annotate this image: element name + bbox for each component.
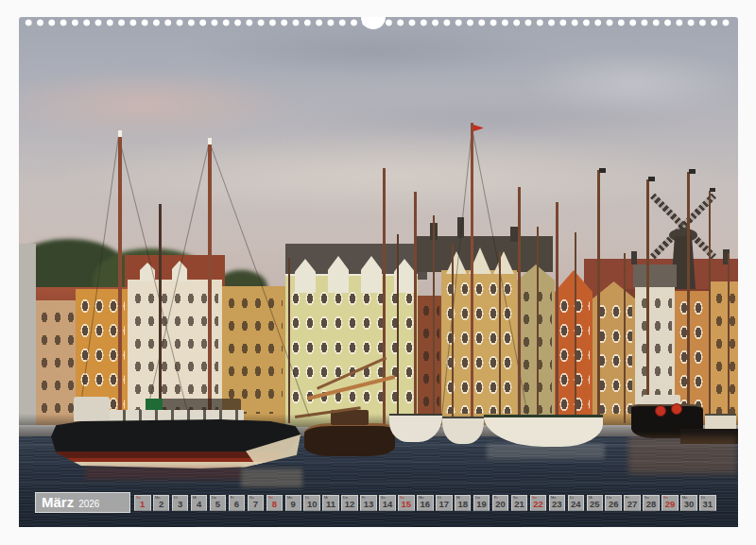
house-facade (418, 296, 441, 425)
flag (648, 177, 655, 181)
mast (208, 138, 212, 431)
day-number: 4 (192, 499, 207, 509)
life-ring (655, 405, 666, 417)
house-facade (36, 300, 76, 425)
mast (397, 234, 399, 433)
day-number: 22 (531, 499, 546, 509)
house-facade (19, 244, 36, 425)
reflection (241, 468, 302, 487)
year-label: 2026 (78, 499, 99, 509)
day-cell: Sa21 (511, 495, 528, 511)
flag (710, 188, 715, 192)
windows (225, 294, 283, 414)
mast (687, 172, 690, 419)
cloud (293, 97, 690, 140)
day-cell: Sa28 (643, 495, 660, 511)
day-number: 20 (493, 499, 508, 509)
mast (537, 227, 539, 429)
mast (499, 251, 501, 431)
day-number: 11 (323, 499, 338, 509)
day-number: 27 (625, 499, 640, 509)
day-number: 29 (662, 499, 678, 509)
windows (289, 289, 414, 414)
windows (444, 280, 514, 414)
day-number: 7 (249, 499, 264, 509)
calendar-page: März 2026 So1Mo2Di3Mi4Do5Fr6Sa7So8Mo9Di1… (19, 17, 738, 527)
day-cell: Mo16 (417, 495, 434, 511)
mast (728, 253, 730, 419)
day-number: 5 (211, 499, 226, 509)
harbor-photo (19, 17, 738, 527)
day-cell: Mi18 (455, 495, 472, 511)
day-number: 18 (455, 499, 471, 509)
day-number: 15 (399, 499, 414, 509)
flag (599, 168, 606, 173)
day-number: 12 (342, 499, 357, 509)
day-cell: So15 (398, 495, 415, 511)
day-cell: So8 (266, 495, 284, 511)
day-cell: Mi25 (587, 495, 604, 511)
cloud (47, 135, 728, 215)
day-cell: Di3 (172, 495, 189, 511)
day-number: 28 (644, 499, 659, 509)
mast (452, 244, 454, 431)
mast (624, 253, 626, 423)
day-cell: Di10 (303, 495, 320, 511)
day-number: 13 (361, 499, 376, 509)
day-cell: Di24 (568, 495, 585, 511)
windows (558, 297, 590, 414)
month-label: März (42, 493, 74, 512)
day-number: 30 (681, 499, 696, 509)
day-cell: Fr6 (229, 495, 246, 511)
mast (414, 192, 417, 433)
windows (420, 301, 439, 416)
day-number: 31 (700, 499, 715, 509)
mast (646, 179, 649, 421)
day-number: 26 (606, 499, 621, 509)
day-number: 23 (550, 499, 565, 509)
house-facade (711, 281, 738, 425)
day-cell: Do26 (605, 495, 622, 511)
roof (633, 264, 677, 287)
chimney (510, 227, 518, 242)
day-cell: So22 (530, 495, 547, 511)
mast (433, 215, 435, 431)
day-number: 8 (267, 499, 283, 509)
day-cell: Di17 (436, 495, 453, 511)
mast (383, 168, 386, 431)
day-cell: Fr27 (624, 495, 641, 511)
house-facade (555, 270, 593, 425)
life-ring (671, 403, 682, 415)
day-cell: Do5 (210, 495, 227, 511)
day-number: 14 (380, 499, 395, 509)
month-box: März 2026 (35, 492, 130, 513)
day-cell: Mo2 (153, 495, 170, 511)
mast (575, 232, 576, 425)
day-cell: Do12 (341, 495, 358, 511)
day-cell: Mo23 (549, 495, 566, 511)
deckhouse (74, 397, 110, 421)
windows (131, 289, 218, 412)
day-cell: So1 (134, 495, 151, 511)
reflection (487, 444, 605, 459)
day-cell: So29 (662, 495, 679, 511)
day-row: So1Mo2Di3Mi4Do5Fr6Sa7So8Mo9Di10Mi11Do12F… (134, 495, 716, 511)
day-cell: Sa14 (379, 495, 396, 511)
day-number: 3 (173, 499, 188, 509)
day-cell: Mi4 (191, 495, 208, 511)
house-facade (517, 264, 555, 425)
day-cell: Fr20 (492, 495, 509, 511)
mast (471, 123, 473, 431)
day-number: 2 (154, 499, 169, 509)
day-number: 10 (304, 499, 319, 509)
day-number: 9 (286, 499, 301, 509)
chimney (631, 251, 637, 264)
day-cell: Mi11 (322, 495, 339, 511)
day-number: 25 (588, 499, 603, 509)
mast (709, 191, 711, 417)
reflection (85, 467, 241, 480)
day-number: 24 (569, 499, 584, 509)
day-cell: Mo9 (285, 495, 302, 511)
day-number: 19 (474, 499, 490, 509)
windows (595, 302, 632, 414)
